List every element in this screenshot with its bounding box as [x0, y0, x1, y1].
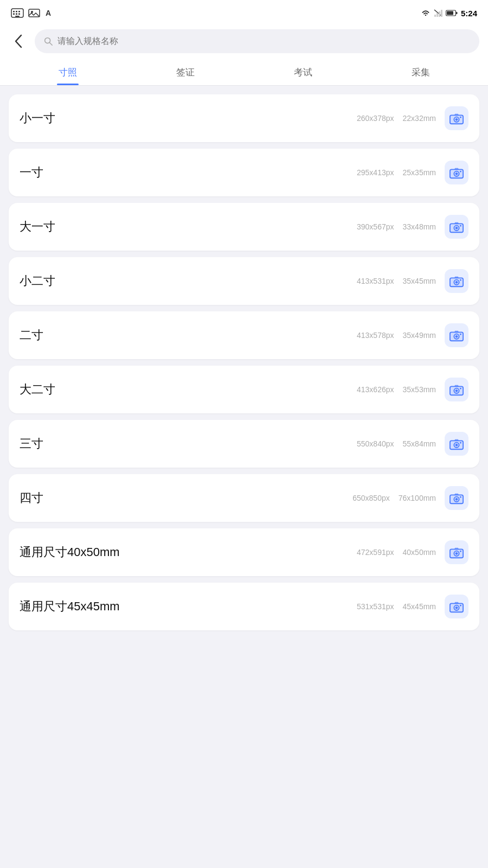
svg-point-30 [460, 171, 461, 173]
photo-mm: 35x49mm [403, 331, 436, 340]
camera-button[interactable] [445, 540, 468, 564]
photo-px: 531x531px [357, 602, 394, 611]
photo-item-right: 413x626px 35x53mm [357, 378, 468, 401]
battery-icon [446, 10, 458, 16]
svg-point-25 [460, 117, 461, 118]
photo-mm: 55x84mm [403, 439, 436, 448]
camera-button[interactable] [445, 595, 468, 618]
photo-name: 大二寸 [20, 381, 55, 398]
photo-mm: 35x45mm [403, 277, 436, 285]
photo-item-9[interactable]: 通用尺寸40x50mm 472x591px 40x50mm [9, 528, 479, 576]
svg-text:A: A [46, 9, 51, 17]
photo-mm: 25x35mm [403, 168, 436, 177]
camera-icon [450, 599, 464, 614]
camera-icon [450, 437, 464, 451]
wifi-icon [421, 9, 431, 17]
camera-icon [450, 545, 464, 559]
photo-item-right: 550x840px 55x84mm [357, 432, 468, 456]
svg-point-70 [460, 605, 461, 607]
photo-px: 472x591px [357, 548, 394, 557]
photo-name: 小一寸 [20, 110, 55, 126]
photo-item-right: 260x378px 22x32mm [357, 106, 468, 130]
photo-item-5[interactable]: 二寸 413x578px 35x49mm [9, 311, 479, 359]
signal-icon [434, 9, 442, 17]
photo-name: 通用尺寸45x45mm [20, 598, 120, 615]
camera-button[interactable] [445, 161, 468, 184]
search-bar[interactable] [35, 29, 479, 53]
photo-mm: 33x48mm [403, 222, 436, 231]
photo-name: 通用尺寸40x50mm [20, 544, 120, 560]
svg-point-60 [460, 496, 461, 498]
photo-item-right: 472x591px 40x50mm [357, 540, 468, 564]
back-button[interactable] [9, 31, 28, 51]
tab-exam[interactable]: 考试 [244, 59, 362, 85]
photo-px: 650x850px [352, 494, 390, 502]
camera-icon [450, 274, 464, 288]
photo-item-right: 295x413px 25x35mm [357, 161, 468, 184]
status-time: 5:24 [461, 9, 477, 18]
photo-item-4[interactable]: 小二寸 413x531px 35x45mm [9, 257, 479, 305]
svg-point-40 [460, 279, 461, 281]
photo-item-2[interactable]: 一寸 295x413px 25x35mm [9, 149, 479, 196]
svg-rect-5 [16, 14, 17, 15]
search-input[interactable] [57, 36, 471, 46]
camera-button[interactable] [445, 486, 468, 510]
svg-point-50 [460, 388, 461, 390]
photo-name: 四寸 [20, 490, 43, 506]
svg-point-44 [455, 335, 458, 338]
camera-icon [450, 491, 464, 505]
camera-icon [450, 328, 464, 342]
camera-icon [450, 111, 464, 125]
photo-mm: 76x100mm [399, 494, 436, 502]
photo-mm: 45x45mm [403, 602, 436, 611]
camera-button[interactable] [445, 432, 468, 456]
header [0, 24, 488, 59]
camera-button[interactable] [445, 269, 468, 293]
svg-line-20 [50, 43, 53, 46]
photo-mm: 40x50mm [403, 548, 436, 557]
svg-rect-15 [441, 10, 442, 17]
text-icon: A [44, 8, 54, 18]
svg-rect-2 [16, 11, 17, 12]
photo-name: 一寸 [20, 164, 43, 181]
camera-button[interactable] [445, 323, 468, 347]
tab-portrait[interactable]: 寸照 [9, 59, 126, 85]
tab-bar: 寸照 签证 考试 采集 [0, 59, 488, 86]
camera-button[interactable] [445, 106, 468, 130]
camera-icon [450, 220, 464, 234]
svg-rect-3 [18, 11, 20, 12]
status-bar: A 5:24 [0, 0, 488, 24]
tab-collect[interactable]: 采集 [362, 59, 479, 85]
svg-rect-18 [447, 11, 453, 15]
photo-item-right: 531x531px 45x45mm [357, 595, 468, 618]
photo-mm: 35x53mm [403, 385, 436, 394]
svg-point-45 [460, 334, 461, 335]
svg-rect-17 [456, 12, 458, 14]
photo-item-7[interactable]: 三寸 550x840px 55x84mm [9, 420, 479, 468]
photo-name: 三寸 [20, 436, 43, 452]
svg-rect-4 [13, 14, 15, 15]
svg-point-49 [455, 390, 458, 392]
camera-button[interactable] [445, 215, 468, 239]
photo-px: 550x840px [357, 439, 394, 448]
photo-icon [28, 8, 40, 18]
photo-list: 小一寸 260x378px 22x32mm 一寸 295x413px 25x35… [0, 86, 488, 639]
svg-point-69 [455, 607, 458, 609]
svg-point-35 [460, 225, 461, 227]
photo-item-10[interactable]: 通用尺寸45x45mm 531x531px 45x45mm [9, 583, 479, 630]
keyboard-icon [11, 8, 24, 18]
photo-item-right: 413x531px 35x45mm [357, 269, 468, 293]
photo-item-6[interactable]: 大二寸 413x626px 35x53mm [9, 366, 479, 413]
svg-rect-6 [18, 14, 20, 15]
photo-item-3[interactable]: 大一寸 390x567px 33x48mm [9, 203, 479, 251]
photo-px: 260x378px [357, 114, 394, 123]
camera-button[interactable] [445, 378, 468, 401]
svg-rect-14 [439, 11, 440, 17]
photo-item-right: 413x578px 35x49mm [357, 323, 468, 347]
photo-name: 大一寸 [20, 219, 55, 235]
photo-item-8[interactable]: 四寸 650x850px 76x100mm [9, 474, 479, 522]
photo-px: 413x626px [357, 385, 394, 394]
photo-item-right: 650x850px 76x100mm [352, 486, 468, 510]
photo-item-1[interactable]: 小一寸 260x378px 22x32mm [9, 94, 479, 142]
tab-visa[interactable]: 签证 [126, 59, 244, 85]
